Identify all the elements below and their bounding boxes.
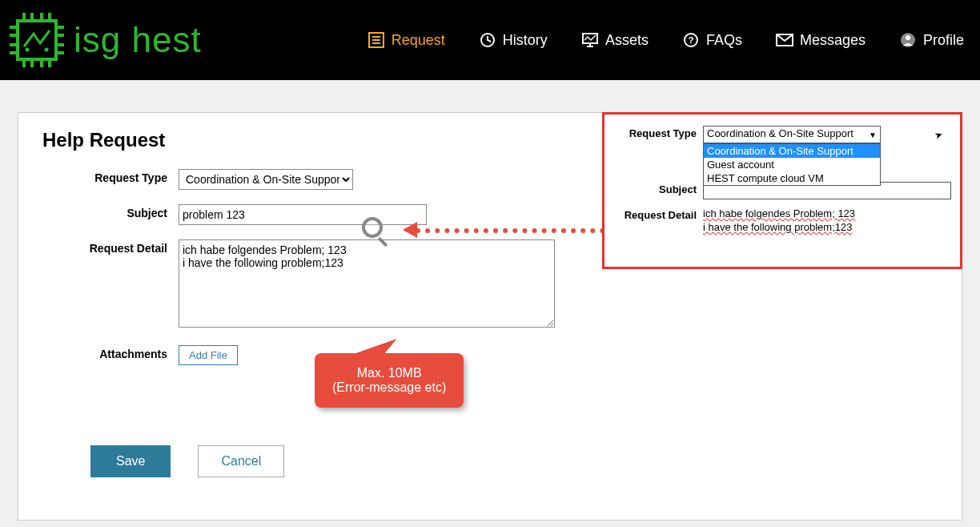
inset-option[interactable]: HEST compute cloud VM <box>704 171 880 185</box>
chip-icon <box>8 11 66 69</box>
inset-dropdown-list: Coordination & On-Site Support Guest acc… <box>703 143 881 186</box>
zoom-inset: ➤ Request Type Coordination & On-Site Su… <box>602 112 962 269</box>
cancel-button[interactable]: Cancel <box>198 445 284 477</box>
question-icon: ? <box>682 31 700 49</box>
monitor-icon <box>581 31 599 49</box>
nav-menu: Request History Assets ? FAQs Messages P… <box>368 31 964 49</box>
nav-request[interactable]: Request <box>368 31 445 49</box>
user-icon <box>899 31 917 49</box>
label-attachments: Attachments <box>42 345 179 360</box>
label-request-detail: Request Detail <box>42 239 179 255</box>
nav-label: History <box>503 32 548 49</box>
nav-assets[interactable]: Assets <box>581 31 649 49</box>
nav-history[interactable]: History <box>479 31 548 49</box>
inset-label-detail: Request Detail <box>611 207 703 221</box>
top-navbar: isg hest Request History Assets ? FAQs M… <box>0 0 980 80</box>
clock-icon <box>479 31 496 49</box>
callout-attachment-note: Max. 10MB (Error-message etc) <box>315 353 464 408</box>
add-file-button[interactable]: Add File <box>179 345 238 365</box>
inset-option[interactable]: Coordination & On-Site Support <box>704 144 880 158</box>
svg-point-31 <box>906 35 910 40</box>
svg-text:?: ? <box>689 35 694 45</box>
help-request-panel: Help Request Request Type Coordination &… <box>18 112 962 521</box>
inset-label-request-type: Request Type <box>611 126 703 139</box>
inset-detail-text: ich habe folgendes Problem; 123 i have t… <box>703 207 951 235</box>
nav-label: Request <box>392 32 445 49</box>
request-type-select[interactable]: Coordination & On-Site Support <box>179 169 353 190</box>
svg-point-18 <box>45 48 49 52</box>
list-icon <box>368 31 385 49</box>
nav-label: FAQs <box>706 32 742 49</box>
nav-profile[interactable]: Profile <box>899 31 964 49</box>
subject-input[interactable] <box>179 204 427 225</box>
envelope-icon <box>776 31 793 49</box>
nav-label: Assets <box>605 32 649 49</box>
save-button[interactable]: Save <box>90 445 171 477</box>
inset-request-type-select[interactable]: Coordination & On-Site Support ▼ Coordin… <box>703 126 881 143</box>
brand-text: isg hest <box>74 20 202 60</box>
nav-faqs[interactable]: ? FAQs <box>682 31 742 49</box>
callout-line1: Max. 10MB <box>332 366 446 380</box>
brand-logo: isg hest <box>8 11 202 69</box>
label-request-type: Request Type <box>42 169 179 184</box>
label-subject: Subject <box>42 204 179 219</box>
chevron-down-icon: ▼ <box>869 131 877 139</box>
request-detail-textarea[interactable] <box>179 239 555 328</box>
nav-messages[interactable]: Messages <box>776 31 866 49</box>
inset-option[interactable]: Guest account <box>704 158 880 171</box>
svg-point-17 <box>26 48 30 52</box>
callout-line2: (Error-message etc) <box>332 380 446 395</box>
nav-label: Messages <box>800 32 866 49</box>
nav-label: Profile <box>923 32 964 49</box>
inset-label-subject: Subject <box>611 182 703 195</box>
